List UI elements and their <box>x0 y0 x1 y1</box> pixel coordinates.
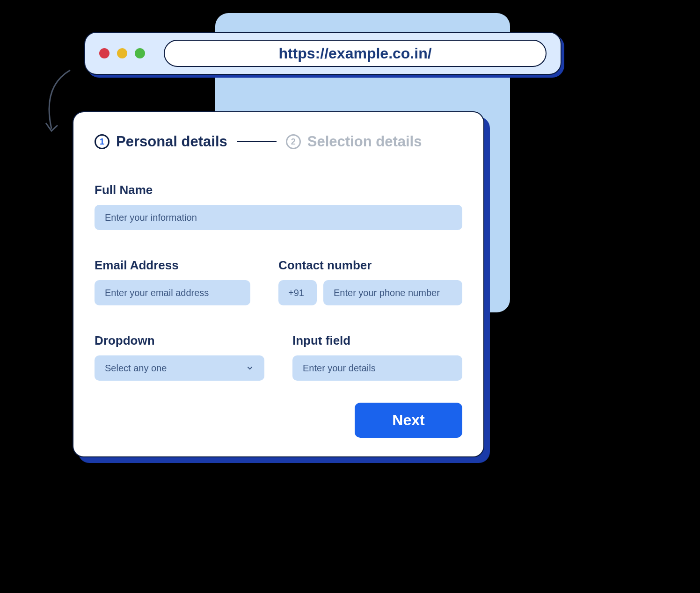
traffic-lights <box>99 48 145 58</box>
form-card: 1 Personal details 2 Selection details F… <box>73 111 484 457</box>
dropdown-label: Dropdown <box>95 333 264 348</box>
input-field-label: Input field <box>292 333 462 348</box>
country-code-text: +91 <box>288 288 304 298</box>
chevron-down-icon <box>246 364 254 372</box>
field-email: Email Address <box>95 258 250 305</box>
step-personal-details[interactable]: 1 Personal details <box>95 133 227 150</box>
details-input[interactable] <box>292 355 462 381</box>
url-text: https://example.co.in/ <box>278 45 431 62</box>
contact-label: Contact number <box>278 258 462 273</box>
step-number-2: 2 <box>286 134 301 149</box>
email-input[interactable] <box>95 280 250 305</box>
next-button[interactable]: Next <box>355 403 462 438</box>
field-dropdown: Dropdown Select any one <box>95 333 264 381</box>
full-name-label: Full Name <box>95 183 462 197</box>
browser-bar: https://example.co.in/ <box>84 32 561 75</box>
field-input: Input field <box>292 333 462 381</box>
step-selection-details[interactable]: 2 Selection details <box>286 133 422 150</box>
field-full-name: Full Name <box>95 183 462 230</box>
full-name-input[interactable] <box>95 205 462 230</box>
minimize-icon[interactable] <box>117 48 127 58</box>
url-bar[interactable]: https://example.co.in/ <box>164 40 547 67</box>
country-code-select[interactable]: +91 <box>278 280 317 305</box>
phone-input[interactable] <box>323 280 462 305</box>
maximize-icon[interactable] <box>135 48 145 58</box>
stepper: 1 Personal details 2 Selection details <box>95 133 462 150</box>
step-label-2: Selection details <box>307 133 422 150</box>
dropdown-select[interactable]: Select any one <box>95 355 264 381</box>
step-label-1: Personal details <box>116 133 227 150</box>
step-number-1: 1 <box>95 134 109 149</box>
step-connector <box>237 141 277 142</box>
arrow-icon <box>28 68 75 138</box>
close-icon[interactable] <box>99 48 109 58</box>
email-label: Email Address <box>95 258 250 273</box>
field-contact: Contact number +91 <box>278 258 462 305</box>
dropdown-placeholder: Select any one <box>105 363 167 374</box>
